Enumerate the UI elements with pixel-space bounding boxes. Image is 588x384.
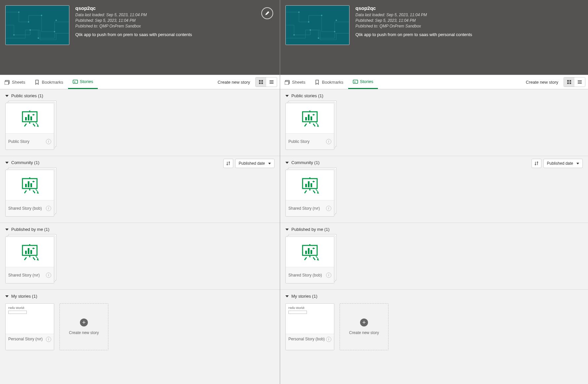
easel-icon [20,110,40,127]
story-preview-box [8,311,27,314]
easel-icon [20,243,40,261]
story-preview-text: Hello World! [8,306,24,310]
easel-icon [300,177,320,194]
sort-icon [534,161,539,166]
section-published: Published by me (1) Shared Story (bob) i [280,223,588,290]
create-story-label: Create new story [69,330,99,335]
section-published-title: Published by me (1) [291,227,330,232]
tab-bookmarks[interactable]: Bookmarks [30,75,68,89]
sort-icon [226,161,231,166]
stories-icon [353,79,358,84]
section-mine-header[interactable]: My stories (1) [285,294,583,299]
app-meta-published: Published: Sep 5, 2023, 11:04 PM [75,18,275,23]
story-thumb [286,170,334,200]
tab-stories[interactable]: Stories [348,75,378,89]
story-card-community[interactable]: Shared Story (rvr) i [285,170,334,217]
story-card-published[interactable]: Shared Story (bob) i [285,236,334,283]
section-community: Community (1) Published date Shared S [280,156,588,223]
section-public-header[interactable]: Public stories (1) [5,93,275,98]
list-view-button[interactable] [574,77,585,87]
create-new-story-link[interactable]: Create new story [526,80,558,85]
app-header-info: qsop2qc Data last loaded: Sep 5, 2023, 1… [355,5,583,69]
grid-view-button[interactable] [564,77,574,87]
info-icon[interactable]: i [326,206,331,211]
tab-stories-label: Stories [360,79,373,84]
story-card-published[interactable]: Shared Story (rvr) i [5,236,54,283]
section-community-title: Community (1) [291,160,319,165]
edit-button[interactable] [261,7,273,19]
list-view-button[interactable] [266,77,277,87]
create-story-card[interactable]: + Create new story [340,303,388,350]
tab-bookmarks-label: Bookmarks [42,80,63,85]
info-icon[interactable]: i [46,337,51,342]
sort-field-dropdown[interactable]: Published date [235,159,275,168]
section-published-header[interactable]: Published by me (1) [5,227,275,232]
info-icon[interactable]: i [46,273,51,278]
info-icon[interactable]: i [326,139,331,144]
sort-field-label: Published date [239,161,265,166]
section-mine-title: My stories (1) [11,294,37,299]
view-toggle [564,77,585,87]
section-public: Public stories (1) Public Story i [280,89,588,156]
story-thumb [286,237,334,267]
right-pane: qsop2qc Data last loaded: Sep 5, 2023, 1… [280,0,588,384]
tab-stories[interactable]: Stories [68,75,98,89]
sort-order-button[interactable] [532,159,541,168]
app-title: qsop2qc [75,5,275,11]
collapse-icon [5,295,9,297]
section-public-title: Public stories (1) [11,93,43,98]
collapse-icon [285,162,289,164]
create-story-card[interactable]: + Create new story [59,303,108,350]
tabs-bar: Sheets Bookmarks Stories Create new stor… [0,75,280,89]
story-title: Shared Story (bob) [288,273,322,278]
story-card-public[interactable]: Public Story i [285,103,334,150]
app-thumbnail [5,5,69,45]
story-card-community[interactable]: Shared Story (bob) i [5,170,54,217]
story-thumb [6,103,54,134]
app-meta-loaded: Data last loaded: Sep 5, 2023, 11:04 PM [355,12,583,18]
plus-icon: + [80,319,88,326]
info-icon[interactable]: i [46,139,51,144]
app-meta-published-to: Published to: QMP OnPrem Sandbox [355,23,583,29]
pencil-icon [265,11,270,16]
app-thumbnail [285,5,349,45]
sort-order-button[interactable] [223,159,233,168]
section-mine-header[interactable]: My stories (1) [5,294,275,299]
story-thumb [286,103,334,134]
story-thumb [6,170,54,200]
list-icon [577,80,582,84]
section-published-header[interactable]: Published by me (1) [285,227,583,232]
bookmark-icon [34,79,40,85]
section-public-header[interactable]: Public stories (1) [285,93,583,98]
info-icon[interactable]: i [326,273,331,278]
info-icon[interactable]: i [46,206,51,211]
story-thumb: Hello World! [6,304,54,334]
story-card-mine[interactable]: Hello World! Personal Story (rvr) i [5,303,54,350]
tab-sheets[interactable]: Sheets [280,75,310,89]
create-story-label: Create new story [349,330,379,335]
grid-view-button[interactable] [256,77,266,87]
tab-bookmarks[interactable]: Bookmarks [310,75,348,89]
story-preview-text: Hello World! [288,306,305,310]
story-title: Public Story [8,139,29,144]
story-thumb: Hello World! [286,304,334,334]
sheets-icon [5,79,10,85]
tab-sheets-label: Sheets [292,80,305,85]
section-community: Community (1) Published date Shared S [0,156,280,223]
info-icon[interactable]: i [326,337,331,342]
tab-bookmarks-label: Bookmarks [322,80,343,85]
tab-sheets-label: Sheets [12,80,25,85]
collapse-icon [285,95,289,97]
section-mine-title: My stories (1) [291,294,317,299]
app-header-info: qsop2qc Data last loaded: Sep 5, 2023, 1… [75,5,275,69]
create-new-story-link[interactable]: Create new story [218,80,250,85]
section-community-title: Community (1) [11,160,39,165]
story-card-public[interactable]: Public Story i [5,103,54,150]
story-thumb [6,237,54,267]
sheets-icon [285,79,290,85]
collapse-icon [5,229,9,231]
story-card-mine[interactable]: Hello World! Personal Story (bob) i [285,303,334,350]
tab-sheets[interactable]: Sheets [0,75,30,89]
story-title: Shared Story (rvr) [8,273,40,278]
sort-field-dropdown[interactable]: Published date [543,159,583,168]
